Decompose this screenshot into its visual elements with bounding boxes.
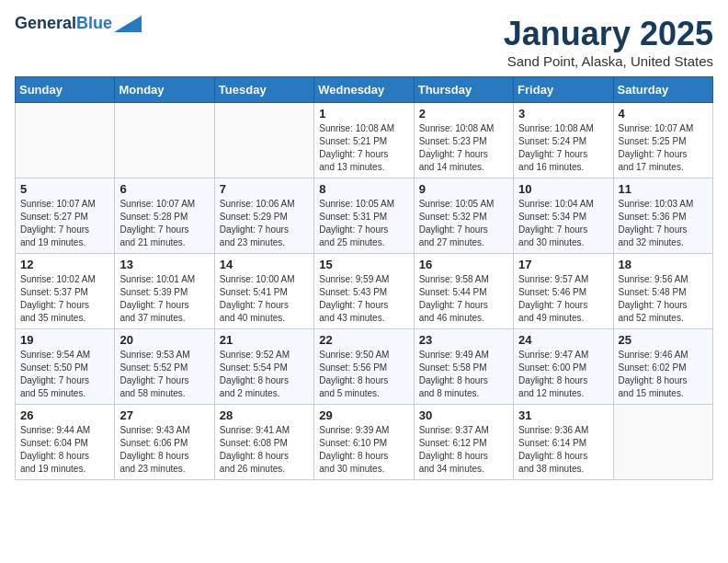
day-number: 31 xyxy=(518,408,608,422)
day-info: Sunrise: 9:56 AM Sunset: 5:48 PM Dayligh… xyxy=(619,273,708,325)
day-number: 26 xyxy=(20,408,109,422)
calendar-cell: 18Sunrise: 9:56 AM Sunset: 5:48 PM Dayli… xyxy=(613,254,712,329)
calendar-cell: 31Sunrise: 9:36 AM Sunset: 6:14 PM Dayli… xyxy=(514,405,613,480)
calendar-cell: 27Sunrise: 9:43 AM Sunset: 6:06 PM Dayli… xyxy=(115,405,214,480)
weekday-header: Thursday xyxy=(414,77,513,103)
day-info: Sunrise: 9:39 AM Sunset: 6:10 PM Dayligh… xyxy=(319,424,408,476)
day-number: 3 xyxy=(518,107,608,121)
calendar-cell: 22Sunrise: 9:50 AM Sunset: 5:56 PM Dayli… xyxy=(314,329,414,405)
day-info: Sunrise: 10:03 AM Sunset: 5:36 PM Daylig… xyxy=(619,198,708,249)
month-title: January 2025 xyxy=(504,15,713,53)
calendar-cell: 1Sunrise: 10:08 AM Sunset: 5:21 PM Dayli… xyxy=(314,103,414,178)
day-number: 18 xyxy=(619,258,708,271)
calendar-cell: 15Sunrise: 9:59 AM Sunset: 5:43 PM Dayli… xyxy=(314,254,414,329)
weekday-header: Wednesday xyxy=(314,77,414,103)
day-number: 9 xyxy=(419,182,508,196)
calendar-cell: 14Sunrise: 10:00 AM Sunset: 5:41 PM Dayl… xyxy=(214,254,313,329)
day-info: Sunrise: 9:44 AM Sunset: 6:04 PM Dayligh… xyxy=(20,424,109,476)
title-area: January 2025 Sand Point, Alaska, United … xyxy=(504,15,713,69)
calendar-cell: 24Sunrise: 9:47 AM Sunset: 6:00 PM Dayli… xyxy=(514,329,613,405)
day-number: 2 xyxy=(419,107,508,121)
calendar-cell xyxy=(115,103,214,178)
day-number: 23 xyxy=(419,333,508,347)
calendar-week-row: 12Sunrise: 10:02 AM Sunset: 5:37 PM Dayl… xyxy=(16,254,713,329)
day-info: Sunrise: 10:07 AM Sunset: 5:25 PM Daylig… xyxy=(619,122,708,174)
calendar-cell: 9Sunrise: 10:05 AM Sunset: 5:32 PM Dayli… xyxy=(414,178,513,254)
day-info: Sunrise: 9:49 AM Sunset: 5:58 PM Dayligh… xyxy=(419,349,508,400)
day-number: 20 xyxy=(119,333,209,347)
calendar-cell: 8Sunrise: 10:05 AM Sunset: 5:31 PM Dayli… xyxy=(314,178,414,254)
day-number: 11 xyxy=(619,182,708,196)
day-info: Sunrise: 9:43 AM Sunset: 6:06 PM Dayligh… xyxy=(119,424,209,476)
day-number: 17 xyxy=(518,258,608,271)
calendar-week-row: 5Sunrise: 10:07 AM Sunset: 5:27 PM Dayli… xyxy=(16,178,713,254)
weekday-header: Sunday xyxy=(16,77,115,103)
day-number: 25 xyxy=(619,333,708,347)
day-number: 29 xyxy=(319,408,408,422)
day-info: Sunrise: 9:46 AM Sunset: 6:02 PM Dayligh… xyxy=(619,349,708,400)
calendar-cell: 4Sunrise: 10:07 AM Sunset: 5:25 PM Dayli… xyxy=(613,103,712,178)
calendar-cell: 19Sunrise: 9:54 AM Sunset: 5:50 PM Dayli… xyxy=(16,329,115,405)
day-number: 27 xyxy=(119,408,209,422)
calendar-cell: 26Sunrise: 9:44 AM Sunset: 6:04 PM Dayli… xyxy=(16,405,115,480)
calendar-cell: 3Sunrise: 10:08 AM Sunset: 5:24 PM Dayli… xyxy=(514,103,613,178)
calendar-cell: 16Sunrise: 9:58 AM Sunset: 5:44 PM Dayli… xyxy=(414,254,513,329)
day-number: 5 xyxy=(20,182,109,196)
day-number: 13 xyxy=(119,258,209,271)
day-info: Sunrise: 9:37 AM Sunset: 6:12 PM Dayligh… xyxy=(419,424,508,476)
calendar-cell: 10Sunrise: 10:04 AM Sunset: 5:34 PM Dayl… xyxy=(514,178,613,254)
calendar-cell: 23Sunrise: 9:49 AM Sunset: 5:58 PM Dayli… xyxy=(414,329,513,405)
calendar-week-row: 26Sunrise: 9:44 AM Sunset: 6:04 PM Dayli… xyxy=(16,405,713,480)
day-info: Sunrise: 9:52 AM Sunset: 5:54 PM Dayligh… xyxy=(220,349,309,400)
calendar-cell xyxy=(613,405,712,480)
calendar-week-row: 19Sunrise: 9:54 AM Sunset: 5:50 PM Dayli… xyxy=(16,329,713,405)
logo-icon xyxy=(114,16,142,32)
day-info: Sunrise: 10:05 AM Sunset: 5:32 PM Daylig… xyxy=(419,198,508,249)
calendar-cell: 12Sunrise: 10:02 AM Sunset: 5:37 PM Dayl… xyxy=(16,254,115,329)
calendar-cell: 17Sunrise: 9:57 AM Sunset: 5:46 PM Dayli… xyxy=(514,254,613,329)
day-info: Sunrise: 9:53 AM Sunset: 5:52 PM Dayligh… xyxy=(119,349,209,400)
day-number: 30 xyxy=(419,408,508,422)
calendar-cell: 29Sunrise: 9:39 AM Sunset: 6:10 PM Dayli… xyxy=(314,405,414,480)
day-number: 4 xyxy=(619,107,708,121)
day-info: Sunrise: 10:08 AM Sunset: 5:24 PM Daylig… xyxy=(518,122,608,174)
day-number: 14 xyxy=(220,258,309,271)
day-info: Sunrise: 10:08 AM Sunset: 5:21 PM Daylig… xyxy=(319,122,408,174)
day-info: Sunrise: 10:01 AM Sunset: 5:39 PM Daylig… xyxy=(119,273,209,325)
day-number: 6 xyxy=(119,182,209,196)
day-number: 21 xyxy=(220,333,309,347)
day-number: 15 xyxy=(319,258,408,271)
day-number: 19 xyxy=(20,333,109,347)
day-info: Sunrise: 9:47 AM Sunset: 6:00 PM Dayligh… xyxy=(518,349,608,400)
day-info: Sunrise: 10:05 AM Sunset: 5:31 PM Daylig… xyxy=(319,198,408,249)
svg-marker-0 xyxy=(114,16,142,32)
day-info: Sunrise: 9:36 AM Sunset: 6:14 PM Dayligh… xyxy=(518,424,608,476)
day-number: 24 xyxy=(518,333,608,347)
calendar-cell xyxy=(16,103,115,178)
calendar-cell: 5Sunrise: 10:07 AM Sunset: 5:27 PM Dayli… xyxy=(16,178,115,254)
day-info: Sunrise: 10:08 AM Sunset: 5:23 PM Daylig… xyxy=(419,122,508,174)
day-number: 22 xyxy=(319,333,408,347)
calendar-cell xyxy=(214,103,313,178)
day-number: 10 xyxy=(518,182,608,196)
day-number: 7 xyxy=(220,182,309,196)
calendar-cell: 20Sunrise: 9:53 AM Sunset: 5:52 PM Dayli… xyxy=(115,329,214,405)
logo-text: GeneralBlue xyxy=(15,15,112,33)
calendar-cell: 13Sunrise: 10:01 AM Sunset: 5:39 PM Dayl… xyxy=(115,254,214,329)
calendar-cell: 7Sunrise: 10:06 AM Sunset: 5:29 PM Dayli… xyxy=(214,178,313,254)
day-number: 16 xyxy=(419,258,508,271)
weekday-header: Tuesday xyxy=(214,77,313,103)
day-info: Sunrise: 9:57 AM Sunset: 5:46 PM Dayligh… xyxy=(518,273,608,325)
weekday-header: Friday xyxy=(514,77,613,103)
calendar-cell: 11Sunrise: 10:03 AM Sunset: 5:36 PM Dayl… xyxy=(613,178,712,254)
logo: GeneralBlue xyxy=(15,15,142,33)
calendar-header-row: SundayMondayTuesdayWednesdayThursdayFrid… xyxy=(16,77,713,103)
day-number: 8 xyxy=(319,182,408,196)
day-info: Sunrise: 10:06 AM Sunset: 5:29 PM Daylig… xyxy=(220,198,309,249)
day-number: 28 xyxy=(220,408,309,422)
day-info: Sunrise: 9:58 AM Sunset: 5:44 PM Dayligh… xyxy=(419,273,508,325)
calendar-cell: 28Sunrise: 9:41 AM Sunset: 6:08 PM Dayli… xyxy=(214,405,313,480)
calendar-cell: 30Sunrise: 9:37 AM Sunset: 6:12 PM Dayli… xyxy=(414,405,513,480)
calendar: SundayMondayTuesdayWednesdayThursdayFrid… xyxy=(15,76,713,480)
header: GeneralBlue January 2025 Sand Point, Ala… xyxy=(15,15,713,69)
